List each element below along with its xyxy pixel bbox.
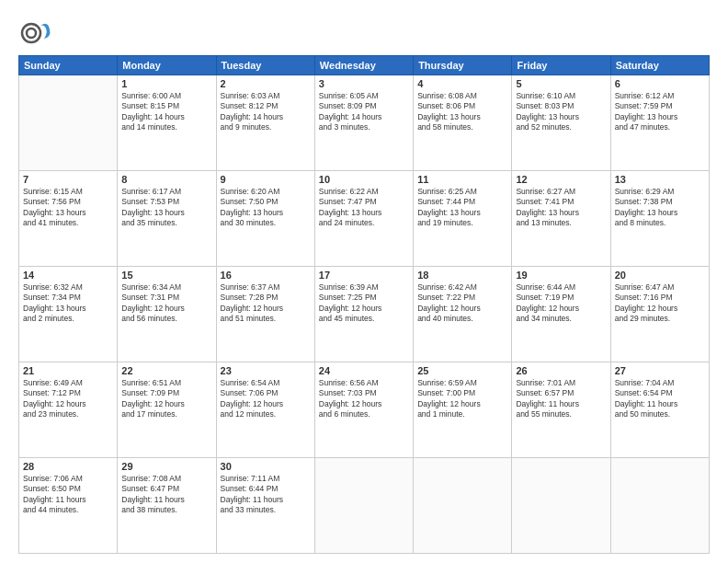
cell-text: Sunrise: 6:47 AM Sunset: 7:16 PM Dayligh… <box>615 282 705 325</box>
calendar-table: SundayMondayTuesdayWednesdayThursdayFrid… <box>18 55 710 554</box>
cell-text: Sunrise: 6:10 AM Sunset: 8:03 PM Dayligh… <box>516 91 606 133</box>
calendar-week-5: 28Sunrise: 7:06 AM Sunset: 6:50 PM Dayli… <box>19 458 710 554</box>
calendar-cell: 2Sunrise: 6:03 AM Sunset: 8:12 PM Daylig… <box>216 75 314 171</box>
calendar-week-2: 7Sunrise: 6:15 AM Sunset: 7:56 PM Daylig… <box>19 171 710 267</box>
calendar-cell <box>414 458 512 554</box>
calendar-cell: 3Sunrise: 6:05 AM Sunset: 8:09 PM Daylig… <box>314 75 413 171</box>
day-number: 9 <box>221 174 311 185</box>
calendar-cell: 30Sunrise: 7:11 AM Sunset: 6:44 PM Dayli… <box>216 458 314 554</box>
day-number: 12 <box>516 174 606 185</box>
weekday-header-monday: Monday <box>118 56 216 75</box>
day-number: 4 <box>417 78 507 89</box>
calendar-cell: 8Sunrise: 6:17 AM Sunset: 7:53 PM Daylig… <box>118 171 216 267</box>
day-number: 15 <box>121 270 211 281</box>
header <box>18 17 710 50</box>
day-number: 21 <box>23 365 113 376</box>
calendar-cell: 10Sunrise: 6:22 AM Sunset: 7:47 PM Dayli… <box>314 171 413 267</box>
cell-text: Sunrise: 7:08 AM Sunset: 6:47 PM Dayligh… <box>121 474 211 516</box>
calendar-cell: 25Sunrise: 6:59 AM Sunset: 7:00 PM Dayli… <box>414 362 512 458</box>
calendar-week-1: 1Sunrise: 6:00 AM Sunset: 8:15 PM Daylig… <box>19 75 710 171</box>
day-number: 6 <box>615 78 705 89</box>
logo <box>18 17 53 50</box>
day-number: 28 <box>23 461 113 472</box>
calendar-cell: 22Sunrise: 6:51 AM Sunset: 7:09 PM Dayli… <box>118 362 216 458</box>
cell-text: Sunrise: 6:56 AM Sunset: 7:03 PM Dayligh… <box>319 378 409 420</box>
cell-text: Sunrise: 6:51 AM Sunset: 7:09 PM Dayligh… <box>121 378 211 420</box>
svg-point-0 <box>22 24 40 42</box>
calendar-cell: 18Sunrise: 6:42 AM Sunset: 7:22 PM Dayli… <box>414 267 512 362</box>
day-number: 3 <box>319 78 409 89</box>
calendar-cell: 9Sunrise: 6:20 AM Sunset: 7:50 PM Daylig… <box>216 171 314 267</box>
calendar-cell: 7Sunrise: 6:15 AM Sunset: 7:56 PM Daylig… <box>19 171 118 267</box>
calendar-cell: 26Sunrise: 7:01 AM Sunset: 6:57 PM Dayli… <box>512 362 610 458</box>
day-number: 20 <box>615 270 705 281</box>
cell-text: Sunrise: 7:11 AM Sunset: 6:44 PM Dayligh… <box>221 474 311 516</box>
day-number: 11 <box>417 174 507 185</box>
day-number: 2 <box>221 78 311 89</box>
calendar-cell: 21Sunrise: 6:49 AM Sunset: 7:12 PM Dayli… <box>19 362 118 458</box>
cell-text: Sunrise: 6:59 AM Sunset: 7:00 PM Dayligh… <box>417 378 507 420</box>
cell-text: Sunrise: 6:42 AM Sunset: 7:22 PM Dayligh… <box>417 282 507 325</box>
weekday-header-sunday: Sunday <box>19 56 118 75</box>
weekday-header-friday: Friday <box>512 56 610 75</box>
calendar-cell: 27Sunrise: 7:04 AM Sunset: 6:54 PM Dayli… <box>610 362 709 458</box>
calendar-cell: 13Sunrise: 6:29 AM Sunset: 7:38 PM Dayli… <box>610 171 709 267</box>
weekday-header-wednesday: Wednesday <box>314 56 413 75</box>
cell-text: Sunrise: 6:17 AM Sunset: 7:53 PM Dayligh… <box>121 187 211 229</box>
logo-icon <box>18 17 51 50</box>
calendar-cell: 1Sunrise: 6:00 AM Sunset: 8:15 PM Daylig… <box>118 75 216 171</box>
cell-text: Sunrise: 6:08 AM Sunset: 8:06 PM Dayligh… <box>417 91 507 133</box>
day-number: 13 <box>615 174 705 185</box>
calendar-cell: 12Sunrise: 6:27 AM Sunset: 7:41 PM Dayli… <box>512 171 610 267</box>
cell-text: Sunrise: 7:04 AM Sunset: 6:54 PM Dayligh… <box>615 378 705 420</box>
calendar-page: SundayMondayTuesdayWednesdayThursdayFrid… <box>0 0 728 563</box>
cell-text: Sunrise: 6:15 AM Sunset: 7:56 PM Dayligh… <box>23 187 113 229</box>
day-number: 30 <box>221 461 311 472</box>
cell-text: Sunrise: 6:39 AM Sunset: 7:25 PM Dayligh… <box>319 282 409 325</box>
day-number: 1 <box>121 78 211 89</box>
day-number: 16 <box>221 270 311 281</box>
calendar-cell <box>512 458 610 554</box>
cell-text: Sunrise: 6:12 AM Sunset: 7:59 PM Dayligh… <box>615 91 705 133</box>
calendar-week-3: 14Sunrise: 6:32 AM Sunset: 7:34 PM Dayli… <box>19 267 710 362</box>
calendar-cell: 24Sunrise: 6:56 AM Sunset: 7:03 PM Dayli… <box>314 362 413 458</box>
day-number: 10 <box>319 174 409 185</box>
calendar-cell: 15Sunrise: 6:34 AM Sunset: 7:31 PM Dayli… <box>118 267 216 362</box>
day-number: 24 <box>319 365 409 376</box>
cell-text: Sunrise: 6:25 AM Sunset: 7:44 PM Dayligh… <box>417 187 507 229</box>
weekday-header-thursday: Thursday <box>414 56 512 75</box>
cell-text: Sunrise: 6:34 AM Sunset: 7:31 PM Dayligh… <box>121 282 211 325</box>
calendar-cell: 4Sunrise: 6:08 AM Sunset: 8:06 PM Daylig… <box>414 75 512 171</box>
cell-text: Sunrise: 6:32 AM Sunset: 7:34 PM Dayligh… <box>23 282 113 325</box>
calendar-week-4: 21Sunrise: 6:49 AM Sunset: 7:12 PM Dayli… <box>19 362 710 458</box>
weekday-header-tuesday: Tuesday <box>216 56 314 75</box>
day-number: 18 <box>417 270 507 281</box>
calendar-cell: 28Sunrise: 7:06 AM Sunset: 6:50 PM Dayli… <box>19 458 118 554</box>
cell-text: Sunrise: 6:22 AM Sunset: 7:47 PM Dayligh… <box>319 187 409 229</box>
day-number: 26 <box>516 365 606 376</box>
cell-text: Sunrise: 6:54 AM Sunset: 7:06 PM Dayligh… <box>221 378 311 420</box>
day-number: 19 <box>516 270 606 281</box>
calendar-cell: 5Sunrise: 6:10 AM Sunset: 8:03 PM Daylig… <box>512 75 610 171</box>
day-number: 25 <box>417 365 507 376</box>
cell-text: Sunrise: 6:29 AM Sunset: 7:38 PM Dayligh… <box>615 187 705 229</box>
weekday-header-row: SundayMondayTuesdayWednesdayThursdayFrid… <box>19 56 710 75</box>
calendar-cell <box>610 458 709 554</box>
cell-text: Sunrise: 6:20 AM Sunset: 7:50 PM Dayligh… <box>221 187 311 229</box>
day-number: 8 <box>121 174 211 185</box>
day-number: 23 <box>221 365 311 376</box>
cell-text: Sunrise: 6:00 AM Sunset: 8:15 PM Dayligh… <box>121 91 211 133</box>
cell-text: Sunrise: 7:01 AM Sunset: 6:57 PM Dayligh… <box>516 378 606 420</box>
day-number: 29 <box>121 461 211 472</box>
cell-text: Sunrise: 6:37 AM Sunset: 7:28 PM Dayligh… <box>221 282 311 325</box>
calendar-cell: 20Sunrise: 6:47 AM Sunset: 7:16 PM Dayli… <box>610 267 709 362</box>
day-number: 7 <box>23 174 113 185</box>
cell-text: Sunrise: 7:06 AM Sunset: 6:50 PM Dayligh… <box>23 474 113 516</box>
cell-text: Sunrise: 6:05 AM Sunset: 8:09 PM Dayligh… <box>319 91 409 133</box>
calendar-cell <box>314 458 413 554</box>
day-number: 27 <box>615 365 705 376</box>
calendar-cell: 6Sunrise: 6:12 AM Sunset: 7:59 PM Daylig… <box>610 75 709 171</box>
weekday-header-saturday: Saturday <box>610 56 709 75</box>
calendar-cell: 23Sunrise: 6:54 AM Sunset: 7:06 PM Dayli… <box>216 362 314 458</box>
cell-text: Sunrise: 6:49 AM Sunset: 7:12 PM Dayligh… <box>23 378 113 420</box>
